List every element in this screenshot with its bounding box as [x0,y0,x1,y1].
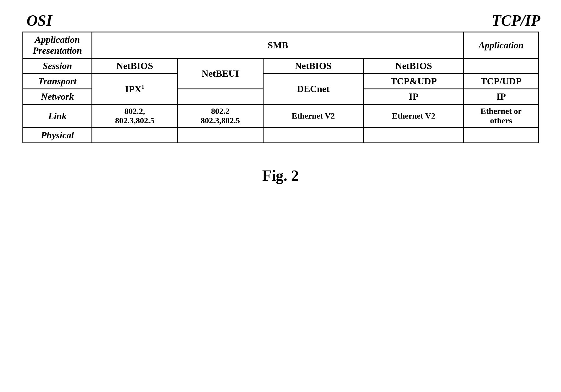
cell-link-5: Ethernet V2 [364,104,464,128]
cell-network-6: IP [464,89,538,104]
app-right-cell: Application [464,32,538,58]
cell-link-3: 802.2802.3,802.5 [177,104,263,128]
cell-physical-5 [364,128,464,143]
cell-link-4: Ethernet V2 [263,104,363,128]
cell-physical-2 [92,128,178,143]
cell-network-3 [177,89,263,104]
osi-layer-physical: Physical [23,128,92,143]
cell-transport-4: DECnet [263,74,363,104]
osi-layer-link: Link [23,104,92,128]
table-row: Session NetBIOS NetBEUI NetBIOS NetBIOS [23,58,538,74]
osi-label: OSI [27,12,52,29]
cell-physical-6 [464,128,538,143]
osi-layer-transport: Transport [23,74,92,89]
table-row: ApplicationPresentation SMB Application [23,32,538,58]
figure-caption: Fig. 2 [18,167,543,184]
table-row: Link 802.2,802.3,802.5 802.2802.3,802.5 … [23,104,538,128]
cell-session-4: NetBIOS [263,58,363,74]
cell-session-6 [464,58,538,74]
cell-session-2: NetBIOS [92,58,178,74]
page-container: OSI TCP/IP ApplicationPresentation SMB A… [0,0,561,392]
header-labels: OSI TCP/IP [18,12,543,29]
cell-physical-3 [177,128,263,143]
osi-layer-session: Session [23,58,92,74]
osi-layer-network: Network [23,89,92,104]
cell-transport-2: IPX1 [92,74,178,104]
smb-cell: SMB [92,32,464,58]
osi-layer-app-pres: ApplicationPresentation [23,32,92,58]
table-row: Physical [23,128,538,143]
cell-transport-6: TCP/UDP [464,74,538,89]
cell-physical-4 [263,128,363,143]
table-row: Transport IPX1 DECnet TCP&UDP TCP/UDP [23,74,538,89]
tcpip-label: TCP/IP [492,12,540,29]
cell-session-3: NetBEUI [177,58,263,89]
cell-session-5: NetBIOS [364,58,464,74]
cell-transport-5: TCP&UDP [364,74,464,89]
osi-tcpip-table: ApplicationPresentation SMB Application … [22,32,539,143]
cell-network-5: IP [364,89,464,104]
cell-link-6: Ethernet orothers [464,104,538,128]
cell-link-2: 802.2,802.3,802.5 [92,104,178,128]
